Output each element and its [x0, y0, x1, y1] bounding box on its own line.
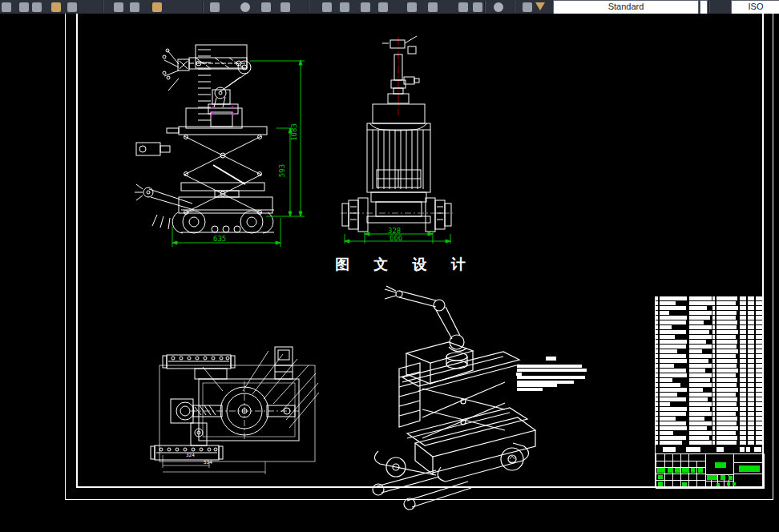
title-block-green-text: [716, 483, 720, 486]
title-block-green-text: [658, 475, 663, 479]
title-block-green-text: [715, 462, 726, 468]
cut-icon[interactable]: [114, 2, 123, 12]
dim-style-combobox[interactable]: ISO: [731, 0, 779, 14]
iso-chassis: [415, 417, 535, 474]
table-cells-icon[interactable]: [428, 2, 438, 12]
bom-row: [656, 397, 765, 401]
block-icon[interactable]: [458, 2, 468, 12]
iso-tracks: [374, 443, 528, 482]
bom-row: [656, 311, 765, 315]
color-control-icon[interactable]: [378, 2, 388, 12]
dim-overall-width: 666: [390, 234, 402, 242]
gripper-claw: [163, 49, 189, 91]
bom-row: [656, 345, 765, 349]
bom-row: [656, 436, 765, 440]
zoom-previous-icon[interactable]: [322, 2, 332, 12]
bom-row: [656, 426, 765, 430]
title-block-green-text: [675, 468, 680, 473]
title-block-green-text: [691, 468, 695, 473]
bom-row: [656, 354, 765, 358]
save-file-icon[interactable]: [32, 2, 42, 12]
title-block-green-text: [668, 468, 673, 473]
pan-sphere-icon[interactable]: [240, 2, 250, 12]
bom-row: [656, 373, 765, 377]
copy-icon[interactable]: [130, 2, 139, 12]
iso-platform-bottom: [407, 408, 527, 445]
insert-icon[interactable]: [473, 2, 482, 12]
bom-row: [656, 369, 765, 373]
help-sphere-icon[interactable]: [494, 2, 503, 12]
bom-row: [656, 393, 765, 397]
bom-row: [656, 325, 765, 329]
open-file-icon[interactable]: [19, 2, 29, 12]
text-style-combobox[interactable]: Standard: [553, 0, 699, 14]
note-text-bar: [517, 369, 587, 372]
drawing-title-text: 图 文 设 计: [335, 255, 463, 274]
combo-spacer-box: [700, 0, 708, 14]
toolbar-separator: [708, 1, 710, 13]
base-and-wheels: [341, 192, 453, 232]
bom-row: [656, 407, 765, 411]
title-block-green-text: [658, 482, 663, 486]
front-dimension-lines: [172, 60, 305, 247]
plan-view-drawing: [147, 343, 319, 479]
bom-row: [656, 412, 765, 416]
zoom-realtime-icon[interactable]: [261, 2, 271, 12]
title-block-green-text: [698, 468, 703, 473]
iso-left-cabinet: [399, 363, 420, 427]
dim-lift-height: 593: [278, 164, 286, 177]
table-icon[interactable]: [407, 2, 417, 12]
robot-arm-boom: [189, 45, 251, 74]
bom-row: [656, 330, 765, 334]
title-block-green-text: [720, 475, 725, 480]
style-arrow-icon[interactable]: [535, 2, 545, 10]
note-text-bar: [517, 388, 543, 391]
toolbar-separator: [514, 1, 515, 13]
bom-row: [656, 388, 765, 392]
layer-properties-icon[interactable]: [361, 2, 370, 12]
right-module: [275, 347, 293, 379]
sensor-head: [382, 36, 417, 54]
layer-icon[interactable]: [340, 2, 349, 12]
dim-plan-outer: 534: [204, 459, 212, 465]
title-block-green-text: [682, 482, 687, 486]
toolbar-separator: [308, 1, 309, 13]
main-housing: [171, 379, 299, 441]
undo-icon[interactable]: [210, 2, 220, 12]
title-block-green-text: [707, 475, 717, 480]
bom-row: [656, 359, 765, 363]
note-text-bar: [546, 357, 556, 361]
bom-row: [656, 320, 765, 324]
bom-row: [656, 340, 765, 344]
bom-header-row: [656, 447, 765, 452]
drawing-canvas[interactable]: 1083 593 635: [0, 14, 779, 532]
toolbar-separator: [103, 1, 104, 13]
osnap-icon[interactable]: [523, 2, 532, 12]
leader-rungs: [198, 50, 211, 120]
isometric-view-drawing: [346, 276, 516, 483]
top-track: [163, 355, 235, 379]
new-file-icon[interactable]: [2, 2, 11, 12]
top-toolbar: Standard ISO: [0, 0, 779, 14]
toolbar-separator: [202, 1, 204, 13]
bom-row: [656, 296, 765, 300]
mast: [388, 54, 419, 103]
title-block: [656, 453, 765, 489]
bom-row: [656, 421, 765, 425]
arm-mount-and-box: [186, 90, 242, 128]
inner-frame-left: [76, 14, 78, 488]
plot-icon[interactable]: [67, 2, 77, 12]
outer-frame-left: [65, 14, 66, 500]
iso-flippers: [373, 470, 471, 510]
bom-row: [656, 335, 765, 339]
bom-row: [656, 364, 765, 368]
edit-pencil-icon[interactable]: [51, 2, 61, 12]
zoom-window-icon[interactable]: [281, 2, 290, 12]
front-view-drawing: [119, 32, 319, 256]
side-view-drawing: [341, 34, 453, 248]
bom-table: [655, 296, 765, 487]
title-block-green-text: [739, 466, 760, 472]
bom-row: [656, 431, 765, 435]
note-text-bar: [517, 384, 557, 387]
eraser-icon[interactable]: [152, 2, 162, 12]
